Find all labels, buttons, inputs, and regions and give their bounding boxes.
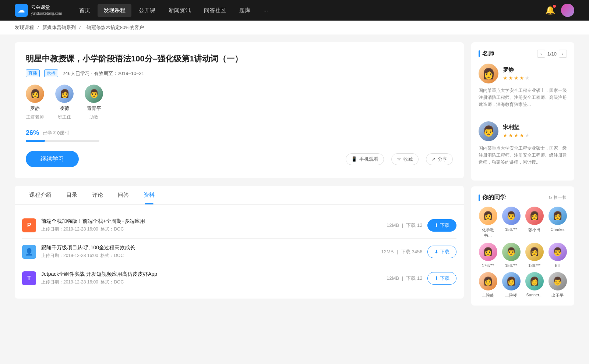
panel-nav-teachers: ‹ 1/10 › <box>537 50 567 58</box>
logo[interactable]: ☁ 云朵课堂yunduoketang.com <box>15 4 62 17</box>
continue-button[interactable]: 继续学习 <box>26 151 79 167</box>
classmate-avatar-6: 👩 <box>525 243 544 261</box>
breadcrumb-link-discover[interactable]: 发现课程 <box>15 25 34 30</box>
nav-exam[interactable]: 题库 <box>233 4 256 17</box>
resource-icon-2: T <box>22 271 36 285</box>
nav-home[interactable]: 首页 <box>73 4 96 17</box>
resource-name-0: 前端全栈加强版！前端全栈+全周期+多端应用 <box>41 218 381 225</box>
tab-catalog[interactable]: 目录 <box>59 186 85 204</box>
tab-review[interactable]: 评论 <box>85 186 110 204</box>
classmate-10[interactable]: 👩 Sunner... <box>525 272 544 298</box>
resource-item-0: P 前端全栈加强版！前端全栈+全周期+多端应用 上传日期：2019-12-28 … <box>22 212 456 239</box>
sidebar-teacher-desc-1: 国内某重点大学安全工程专业硕士，国家一级注册消防工程师、注册安全工程师、级注册建… <box>479 145 567 166</box>
notification-dot <box>553 5 556 8</box>
classmate-face-2: 👩 <box>525 207 544 225</box>
prev-teacher-btn[interactable]: ‹ <box>537 50 545 58</box>
star-1-5: ★ <box>525 132 530 138</box>
tab-intro[interactable]: 课程介绍 <box>22 186 59 204</box>
breadcrumb-current: 销冠修炼术搞定80%的客户 <box>87 25 144 30</box>
teacher-role-2: 助教 <box>89 114 98 120</box>
share-btn[interactable]: ↗ 分享 <box>426 153 453 165</box>
action-buttons: 📱 手机观看 ☆ 收藏 ↗ 分享 <box>346 153 453 165</box>
classmate-face-8: 👩 <box>479 272 497 290</box>
download-btn-1[interactable]: ⬇ 下载 <box>427 246 456 258</box>
logo-text: 云朵课堂yunduoketang.com <box>31 4 62 16</box>
classmate-5[interactable]: 👨 1567** <box>502 243 521 268</box>
sidebar-teacher-avatar-1: 👨 <box>479 121 498 141</box>
progress-bar-fill <box>26 140 45 142</box>
classmate-9[interactable]: 👩 上院楼 <box>502 272 521 298</box>
progress-label: 已学习0课时 <box>43 130 69 136</box>
teacher-role-1: 班主任 <box>58 114 71 120</box>
nav-public[interactable]: 公开课 <box>133 4 161 17</box>
nav-qa[interactable]: 问答社区 <box>198 4 232 17</box>
nav-more[interactable]: ··· <box>258 4 274 17</box>
resource-name-2: Jetpack全组件实战 开发短视频应用高仿皮皮虾App <box>41 271 381 278</box>
nav-discover[interactable]: 发现课程 <box>98 4 131 17</box>
refresh-icon: ↻ <box>549 195 552 200</box>
classmate-avatar-1: 👨 <box>502 207 521 225</box>
main-layout: 明星中教授课，小学阶段语法100分–强化级第1讲动词（一） 直播 录播 246人… <box>0 35 589 319</box>
classmate-2[interactable]: 👩 张小田 <box>525 207 544 238</box>
badge-live: 直播 <box>26 69 40 77</box>
sidebar-teacher-top-1: 👨 宋利坚 ★ ★ ★ ★ ★ <box>479 121 567 141</box>
course-actions: 继续学习 📱 手机观看 ☆ 收藏 ↗ 分享 <box>26 151 453 167</box>
resource-info-1: 跟随千万级项目从0到100全过程高效成长 上传日期：2019-12-28 16:… <box>41 245 376 259</box>
classmate-name-1: 1567** <box>505 227 517 232</box>
star-icon: ☆ <box>397 156 401 162</box>
breadcrumb-sep2: / <box>79 25 82 30</box>
star-1-4: ★ <box>519 132 524 138</box>
download-btn-0[interactable]: ⬇ 下载 <box>427 219 456 232</box>
download-btn-2[interactable]: ⬇ 下载 <box>427 272 456 285</box>
classmate-name-6: 1867** <box>528 263 540 268</box>
classmate-name-9: 上院楼 <box>505 293 517 298</box>
classmate-name-2: 张小田 <box>528 227 540 233</box>
classmate-avatar-11: 👨 <box>549 272 567 290</box>
classmate-avatar-7: 👨 <box>549 243 567 261</box>
notification-bell[interactable]: 🔔 <box>545 6 555 15</box>
mobile-view-btn[interactable]: 📱 手机观看 <box>346 153 384 165</box>
collect-btn[interactable]: ☆ 收藏 <box>391 153 419 165</box>
next-teacher-btn[interactable]: › <box>559 50 567 58</box>
panel-header-teachers: 名师 ‹ 1/10 › <box>479 50 567 58</box>
sidebar-teacher-face-1: 👨 <box>479 121 498 141</box>
resource-icon-0: P <box>22 218 36 232</box>
teacher-avatar-2: 👨 <box>85 85 103 103</box>
resource-icon-1: 👤 <box>22 245 36 259</box>
classmate-3[interactable]: 👩 Charles <box>548 207 567 238</box>
classmate-0[interactable]: 👩 化学教书... <box>479 207 497 238</box>
refresh-classmates-btn[interactable]: ↻ 换一换 <box>549 195 567 201</box>
teacher-name-2: 青青平 <box>87 105 101 112</box>
panel-title-teachers: 名师 <box>479 50 494 58</box>
classmate-face-11: 👨 <box>549 272 567 290</box>
classmate-7[interactable]: 👨 Bill <box>548 243 567 268</box>
classmate-8[interactable]: 👩 上院能 <box>479 272 497 298</box>
nav-news[interactable]: 新闻资讯 <box>163 4 197 17</box>
teacher-name-0: 罗静 <box>30 105 40 112</box>
teacher-0: 👩 罗静 主讲老师 <box>26 85 44 120</box>
sidebar-teacher-0: 👩 罗静 ★ ★ ★ ★ ★ 国内某重点大学安全工程专业硕士，国家一级注册消防工… <box>479 64 567 108</box>
tab-qa[interactable]: 问答 <box>110 186 136 204</box>
star-0-3: ★ <box>514 75 519 81</box>
classmate-6[interactable]: 👩 1867** <box>525 243 544 268</box>
classmate-avatar-5: 👨 <box>502 243 521 261</box>
user-avatar[interactable] <box>561 4 574 17</box>
course-card: 明星中教授课，小学阶段语法100分–强化级第1讲动词（一） 直播 录播 246人… <box>15 42 464 178</box>
breadcrumb-link-series[interactable]: 新媒体营销系列 <box>42 25 76 30</box>
resource-info-0: 前端全栈加强版！前端全栈+全周期+多端应用 上传日期：2019-12-28 16… <box>41 218 381 232</box>
course-info: 246人已学习 · 有效期至：2019–10–21 <box>63 70 144 77</box>
teachers-list: 👩 罗静 主讲老师 👩 凌荷 班主任 👨 青青平 <box>26 85 453 120</box>
mobile-icon: 📱 <box>351 156 357 162</box>
classmate-4[interactable]: 👩 1767** <box>479 243 497 268</box>
sidebar-teacher-1: 👨 宋利坚 ★ ★ ★ ★ ★ 国内某重点大学安全工程专业硕士，国家一级注册消防… <box>479 121 567 166</box>
star-0-4: ★ <box>519 75 524 81</box>
tab-resource[interactable]: 资料 <box>136 186 162 204</box>
avatar-image <box>561 4 574 17</box>
classmate-11[interactable]: 👨 出王平 <box>548 272 567 298</box>
classmate-1[interactable]: 👨 1567** <box>502 207 521 238</box>
course-meta: 直播 录播 246人已学习 · 有效期至：2019–10–21 <box>26 69 453 77</box>
sidebar-teacher-info-1: 宋利坚 ★ ★ ★ ★ ★ <box>503 124 530 138</box>
famous-teachers-panel: 名师 ‹ 1/10 › 👩 罗静 ★ ★ <box>471 42 574 181</box>
teacher-face-2: 👨 <box>85 85 103 103</box>
resource-stats-1: 12MB | 下载 3456 <box>381 249 422 255</box>
